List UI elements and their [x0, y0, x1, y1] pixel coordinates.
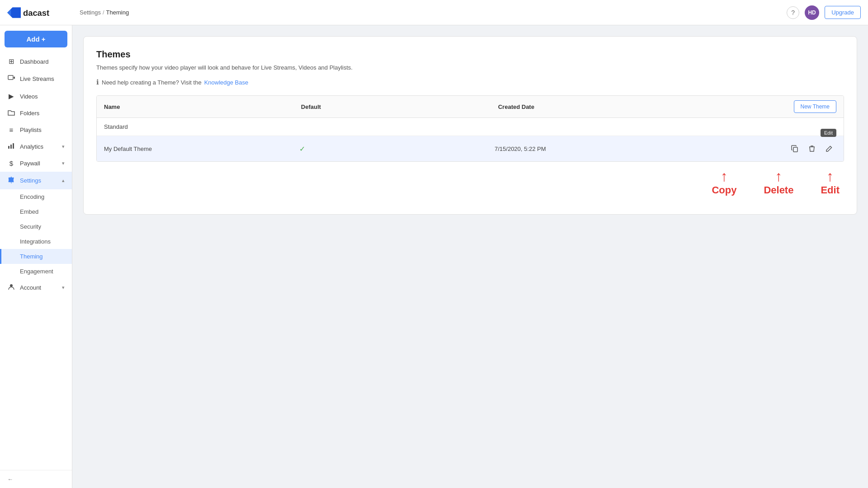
chevron-down-icon: ▾ — [62, 285, 65, 291]
annotations: ↑ Copy ↑ Delete ↑ Edit — [96, 169, 844, 196]
copy-icon — [791, 145, 798, 152]
row-name: My Default Theme — [104, 145, 299, 152]
svg-rect-9 — [793, 147, 797, 152]
sidebar-item-label: Playlists — [20, 127, 42, 133]
info-row: ℹ Need help creating a Theme? Visit the … — [96, 78, 844, 86]
live-streams-icon — [7, 75, 15, 83]
svg-rect-5 — [8, 146, 9, 149]
svg-marker-4 — [14, 76, 15, 79]
dashboard-icon: ⊞ — [7, 57, 15, 66]
chevron-down-icon: ▾ — [62, 144, 65, 150]
edit-button[interactable] — [822, 141, 836, 156]
sidebar-item-theming[interactable]: Theming — [0, 249, 72, 264]
sidebar-item-analytics[interactable]: Analytics ▾ — [0, 138, 72, 155]
sidebar-item-folders[interactable]: Folders — [0, 105, 72, 122]
copy-button[interactable] — [788, 141, 802, 156]
sidebar-item-paywall[interactable]: $ Paywall ▾ — [0, 155, 72, 172]
sidebar-item-playlists[interactable]: ≡ Playlists — [0, 122, 72, 138]
table-row: Standard — [97, 118, 844, 136]
avatar[interactable]: HD — [805, 5, 819, 20]
settings-sub-nav: Encoding Embed Security Integrations The… — [0, 189, 72, 279]
new-theme-button[interactable]: New Theme — [794, 100, 836, 113]
copy-annotation: ↑ Copy — [712, 169, 736, 196]
sidebar-collapse[interactable]: ← — [0, 470, 72, 488]
topbar: dacast Settings / Theming ? HD Upgrade — [0, 0, 868, 25]
sidebar-item-videos[interactable]: ▶ Videos — [0, 88, 72, 105]
card-description: Themes specify how your video player wil… — [96, 64, 844, 71]
col-name: Name — [104, 103, 301, 110]
topbar-right: ? HD Upgrade — [787, 5, 861, 20]
sidebar-item-label: Settings — [20, 177, 41, 184]
main-content: Themes Themes specify how your video pla… — [72, 25, 868, 488]
edit-tooltip: Edit — [821, 129, 836, 137]
sidebar-item-embed[interactable]: Embed — [0, 204, 72, 219]
themes-table: Name Default Created Date New Theme Stan… — [96, 95, 844, 162]
folders-icon — [7, 109, 15, 117]
sidebar: Add + ⊞ Dashboard Live Streams ▶ Videos … — [0, 25, 72, 488]
upgrade-button[interactable]: Upgrade — [825, 6, 861, 19]
svg-rect-3 — [8, 75, 13, 80]
info-icon: ℹ — [96, 78, 99, 86]
col-default: Default — [301, 103, 498, 110]
paywall-icon: $ — [7, 160, 15, 167]
topbar-left: dacast Settings / Theming — [7, 5, 129, 20]
help-icon[interactable]: ? — [787, 6, 799, 19]
logo-svg: dacast — [7, 5, 52, 20]
knowledge-base-link[interactable]: Knowledge Base — [204, 79, 249, 86]
settings-icon — [7, 176, 15, 185]
collapse-icon: ← — [7, 476, 13, 483]
sidebar-item-integrations[interactable]: Integrations — [0, 234, 72, 249]
svg-point-8 — [10, 284, 13, 287]
layout: Add + ⊞ Dashboard Live Streams ▶ Videos … — [0, 25, 868, 488]
copy-arrow: ↑ — [721, 169, 728, 183]
sidebar-item-engagement[interactable]: Engagement — [0, 264, 72, 279]
card-title: Themes — [96, 49, 844, 60]
row-default: ✓ — [299, 145, 495, 153]
row-name: Standard — [104, 123, 313, 130]
account-icon — [7, 283, 15, 292]
sidebar-item-label: Paywall — [20, 160, 40, 167]
sidebar-item-label: Live Streams — [20, 75, 54, 82]
videos-icon: ▶ — [7, 92, 15, 100]
delete-icon — [809, 145, 815, 152]
delete-arrow: ↑ — [775, 169, 782, 183]
sidebar-item-dashboard[interactable]: ⊞ Dashboard — [0, 53, 72, 70]
chevron-up-icon: ▴ — [62, 178, 65, 183]
add-button[interactable]: Add + — [5, 31, 67, 47]
breadcrumb-parent[interactable]: Settings — [80, 9, 101, 16]
delete-button[interactable] — [805, 141, 819, 156]
sidebar-item-encoding[interactable]: Encoding — [0, 189, 72, 204]
col-actions: New Theme — [794, 100, 836, 113]
svg-rect-7 — [13, 143, 14, 149]
info-text: Need help creating a Theme? Visit the — [102, 79, 202, 86]
sidebar-item-label: Analytics — [20, 143, 43, 150]
edit-arrow: ↑ — [826, 169, 834, 183]
col-created: Created Date — [498, 103, 794, 110]
sidebar-item-label: Videos — [20, 93, 38, 100]
breadcrumb: Settings / Theming — [80, 9, 129, 16]
svg-rect-6 — [10, 145, 12, 149]
delete-annotation: ↑ Delete — [764, 169, 793, 196]
analytics-icon — [7, 143, 15, 150]
sidebar-item-settings[interactable]: Settings ▴ — [0, 172, 72, 189]
sidebar-item-live-streams[interactable]: Live Streams — [0, 70, 72, 88]
edit-icon — [826, 145, 832, 152]
sidebar-item-account[interactable]: Account ▾ — [0, 279, 72, 296]
edit-label: Edit — [821, 184, 840, 196]
svg-marker-1 — [7, 9, 11, 16]
table-row: My Default Theme ✓ 7/15/2020, 5:22 PM Ed… — [97, 136, 844, 161]
edit-annotation: ↑ Edit — [821, 169, 840, 196]
logo: dacast — [7, 5, 80, 20]
themes-card: Themes Themes specify how your video pla… — [83, 36, 857, 215]
playlists-icon: ≡ — [7, 126, 15, 134]
delete-label: Delete — [764, 184, 793, 196]
sidebar-item-label: Account — [20, 284, 41, 291]
breadcrumb-separator: / — [103, 9, 104, 16]
row-created: 7/15/2020, 5:22 PM — [495, 145, 788, 152]
sidebar-item-security[interactable]: Security — [0, 219, 72, 234]
table-header: Name Default Created Date New Theme — [97, 96, 844, 118]
breadcrumb-current: Theming — [106, 9, 129, 16]
sidebar-item-label: Folders — [20, 110, 39, 117]
copy-label: Copy — [712, 184, 736, 196]
sidebar-item-label: Dashboard — [20, 58, 49, 65]
